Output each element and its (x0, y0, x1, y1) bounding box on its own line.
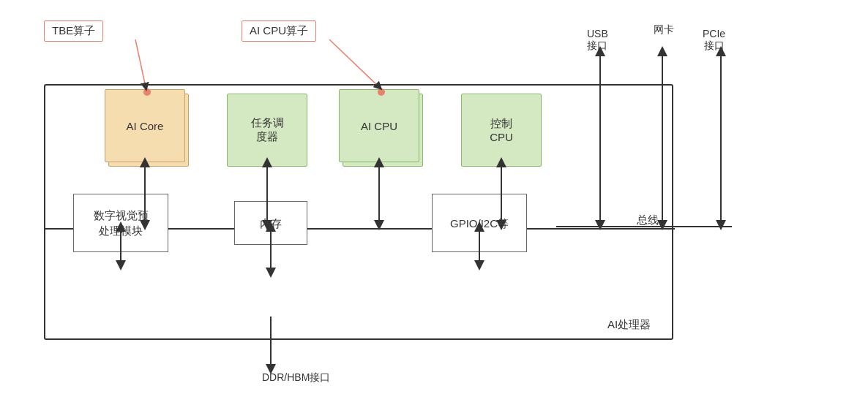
nic-label: 网卡 (654, 23, 674, 37)
task-scheduler: 任务调 度器 (227, 94, 307, 167)
usb-label: USB 接口 (587, 16, 608, 53)
ctrl-cpu: 控制 CPU (461, 94, 542, 167)
tbe-label: TBE算子 (44, 20, 103, 42)
bus-label: 总线 (637, 213, 659, 227)
svg-line-1 (329, 39, 379, 87)
aicpu-dot (378, 88, 385, 96)
aicpu-label: AI CPU算子 (242, 20, 316, 42)
memory: 内存 (234, 201, 307, 245)
pcie-label: PCIe 接口 (703, 16, 725, 53)
processor-label: AI处理器 (607, 318, 651, 332)
ai-cpu: AI CPU (339, 89, 419, 162)
ai-core: AI Core (105, 89, 185, 162)
svg-line-0 (135, 39, 146, 87)
tbe-dot (143, 88, 151, 96)
ddr-label: DDR/HBM接口 (262, 371, 330, 384)
gpio: GPIO/I2C等 (432, 194, 527, 252)
digital-vision: 数字视觉预 处理模块 (73, 194, 168, 252)
diagram: TBE算子 AI CPU算子 总线 AI处理器 AI Core 任务调 度器 A… (0, 0, 868, 394)
